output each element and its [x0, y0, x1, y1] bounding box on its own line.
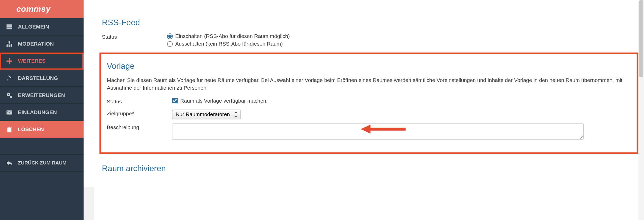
rss-section-title: RSS-Feed	[102, 18, 636, 27]
svg-rect-8	[7, 44, 12, 44]
vorlage-zielgruppe-row: Zielgruppe* Nur Raummoderatoren	[107, 109, 631, 119]
sidebar-item-allgemein[interactable]: ALLGEMEIN	[0, 18, 84, 35]
svg-rect-2	[7, 28, 12, 29]
brand-logo-text: commsy	[16, 5, 51, 14]
sidebar-item-darstellung[interactable]: DARSTELLUNG	[0, 70, 84, 87]
sidebar: commsy ALLGEMEIN MODERATION WEITERES DAR…	[0, 0, 84, 220]
svg-rect-0	[7, 24, 12, 25]
scrollbar-thumb[interactable]	[639, 0, 643, 77]
svg-rect-3	[9, 41, 10, 43]
rss-radio-off[interactable]	[167, 41, 173, 47]
sitemap-icon	[6, 40, 13, 48]
vorlage-section-title: Vorlage	[107, 62, 631, 71]
vorlage-beschreibung-row: Beschreibung	[107, 123, 631, 141]
svg-rect-19	[7, 128, 11, 132]
svg-point-15	[8, 94, 9, 95]
envelope-icon	[6, 108, 13, 116]
vorlage-highlight-box: Vorlage Machen Sie diesen Raum als Vorla…	[99, 52, 638, 154]
sidebar-item-label: WEITERES	[18, 58, 46, 64]
vorlage-zielgruppe-select[interactable]: Nur Raummoderatoren	[172, 109, 241, 119]
archive-section-title: Raum archivieren	[102, 164, 636, 173]
svg-rect-10	[11, 44, 12, 45]
svg-rect-20	[7, 127, 12, 128]
rss-status-row: Status Einschalten (RSS-Abo für diesen R…	[102, 33, 636, 49]
vorlage-status-row: Status Raum als Vorlage verfügbar machen…	[107, 98, 631, 105]
sidebar-item-back[interactable]: ZURÜCK ZUM RAUM	[0, 154, 84, 171]
rss-option-on-label: Einschalten (RSS-Abo für diesen Raum mög…	[175, 33, 290, 39]
svg-rect-6	[11, 45, 12, 47]
brush-icon	[6, 74, 13, 82]
sidebar-item-label: ALLGEMEIN	[18, 24, 49, 30]
sidebar-item-label: MODERATION	[18, 41, 54, 47]
sidebar-item-label: EINLADUNGEN	[18, 109, 57, 115]
svg-rect-21	[9, 127, 10, 127]
trash-icon	[6, 126, 13, 133]
svg-rect-4	[7, 45, 8, 47]
gears-icon	[6, 91, 13, 99]
sidebar-item-label: DARSTELLUNG	[18, 75, 58, 81]
vorlage-checkbox-wrap[interactable]: Raum als Vorlage verfügbar machen.	[172, 98, 631, 104]
rss-radio-on[interactable]	[167, 33, 173, 39]
svg-rect-12	[7, 60, 12, 62]
vorlage-checkbox-label: Raum als Vorlage verfügbar machen.	[180, 98, 267, 104]
sidebar-item-label: LÖSCHEN	[18, 126, 44, 132]
main-content: RSS-Feed Status Einschalten (RSS-Abo für…	[84, 0, 644, 187]
svg-rect-9	[7, 44, 8, 45]
server-icon	[6, 23, 13, 30]
sidebar-item-weiteres[interactable]: WEITERES	[0, 52, 84, 70]
vorlage-description: Machen Sie diesen Raum als Vorlage für n…	[107, 77, 631, 92]
rss-option-off[interactable]: Ausschalten (kein RSS-Abo für diesen Rau…	[167, 41, 636, 47]
sidebar-item-label: ZURÜCK ZUM RAUM	[18, 160, 66, 166]
sidebar-item-einladungen[interactable]: EINLADUNGEN	[0, 104, 84, 121]
sidebar-item-label: ERWEITERUNGEN	[18, 92, 65, 98]
vorlage-checkbox[interactable]	[172, 98, 178, 103]
rss-status-label: Status	[102, 33, 167, 40]
svg-rect-1	[7, 26, 12, 27]
svg-rect-13	[8, 75, 11, 78]
plus-icon	[6, 57, 13, 65]
svg-point-17	[11, 96, 11, 97]
vorlage-zielgruppe-label: Zielgruppe*	[107, 109, 172, 116]
vertical-scrollbar[interactable]	[638, 0, 644, 220]
sidebar-item-moderation[interactable]: MODERATION	[0, 35, 84, 52]
vorlage-beschreibung-textarea[interactable]	[172, 123, 584, 140]
brand-logo: commsy	[0, 0, 84, 18]
svg-rect-5	[9, 45, 10, 47]
reply-icon	[6, 159, 13, 167]
rss-option-on[interactable]: Einschalten (RSS-Abo für diesen Raum mög…	[167, 33, 636, 39]
rss-option-off-label: Ausschalten (kein RSS-Abo für diesen Rau…	[175, 41, 283, 47]
vorlage-beschreibung-label: Beschreibung	[107, 123, 172, 130]
vorlage-status-label: Status	[107, 98, 172, 105]
sidebar-item-loeschen[interactable]: LÖSCHEN	[0, 121, 84, 138]
sidebar-item-erweiterungen[interactable]: ERWEITERUNGEN	[0, 87, 84, 104]
